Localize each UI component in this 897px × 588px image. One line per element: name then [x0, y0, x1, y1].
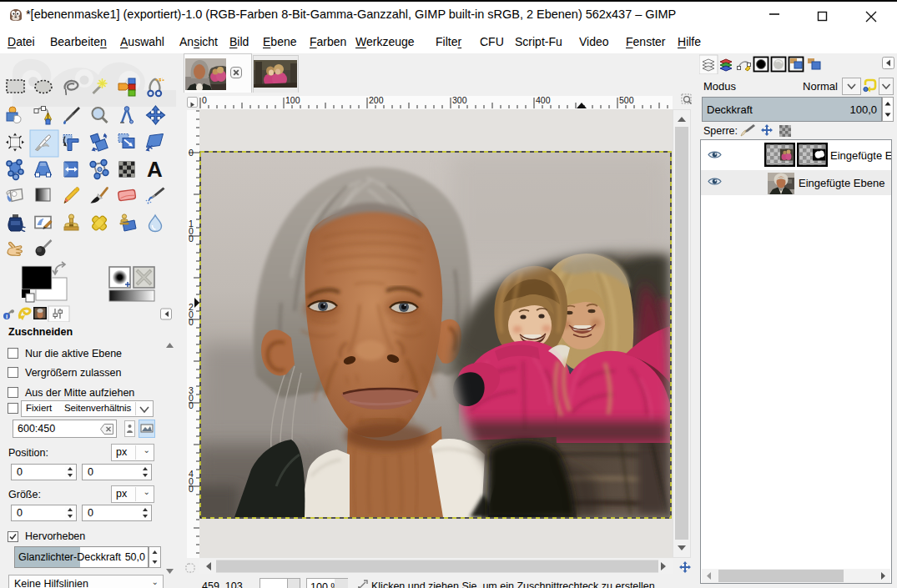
svg-text:0: 0 [189, 400, 194, 410]
svg-text:A: A [147, 157, 163, 182]
svg-text:100: 100 [285, 96, 300, 105]
svg-text:200: 200 [369, 96, 384, 105]
svg-text:300: 300 [452, 96, 467, 105]
svg-text:0: 0 [189, 484, 194, 494]
svg-text:400: 400 [536, 96, 551, 105]
svg-text:0: 0 [189, 234, 194, 244]
svg-text:i: i [6, 313, 8, 320]
svg-text:0: 0 [189, 317, 194, 327]
svg-text:0: 0 [189, 148, 194, 158]
svg-text:500: 500 [619, 96, 634, 105]
svg-text:0: 0 [202, 96, 207, 105]
